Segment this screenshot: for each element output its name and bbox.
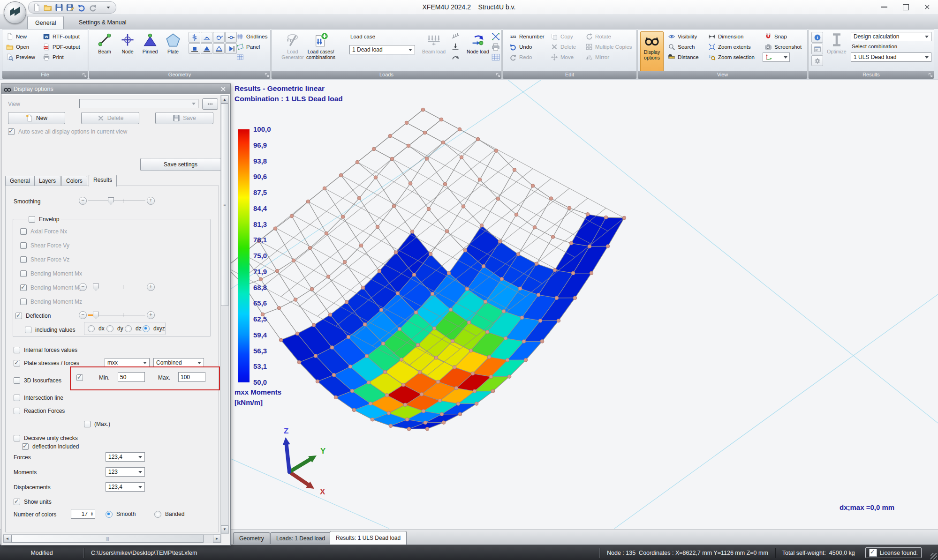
info-button[interactable]: i bbox=[811, 32, 823, 43]
vertical-scroll-thumb[interactable]: ≡ bbox=[221, 104, 228, 306]
multiple-copies-button[interactable]: Multiple Copies bbox=[583, 42, 634, 52]
panel-button[interactable]: Panel bbox=[234, 42, 269, 52]
show-units-checkbox[interactable] bbox=[14, 499, 20, 505]
qat-customize-icon[interactable] bbox=[105, 4, 112, 11]
view-new-button[interactable]: New bbox=[8, 112, 65, 124]
report-button[interactable] bbox=[811, 44, 823, 54]
loads-dialog-launcher-icon[interactable] bbox=[495, 72, 501, 78]
my-plus-icon[interactable]: + bbox=[147, 283, 155, 291]
deflection-included-checkbox[interactable] bbox=[22, 443, 29, 450]
load-cases-button[interactable]: Load cases/ combinations bbox=[306, 31, 335, 72]
smoothing-minus-icon[interactable]: − bbox=[79, 197, 87, 205]
renumber-button[interactable]: 123Renumber bbox=[507, 32, 546, 41]
dy-radio[interactable] bbox=[106, 325, 113, 332]
roller-support-button[interactable] bbox=[213, 43, 225, 54]
dimension-button[interactable]: Dimension bbox=[706, 32, 756, 41]
dialog-vertical-scrollbar[interactable]: ▲ ≡ ▼ bbox=[220, 95, 229, 534]
tab-general[interactable]: General bbox=[27, 16, 64, 30]
print-loads-icon[interactable] bbox=[491, 42, 500, 52]
free-loads-icon[interactable] bbox=[491, 32, 500, 41]
results-canvas[interactable]: ZYX Results - Geometric linear Combinati… bbox=[230, 80, 938, 530]
bending-moment-mz-checkbox[interactable] bbox=[20, 299, 27, 305]
loads-table-icon[interactable] bbox=[491, 52, 500, 62]
shear-force-vy-checkbox[interactable] bbox=[20, 242, 27, 249]
copy-button[interactable]: Copy bbox=[549, 32, 578, 41]
dialog-tab-general[interactable]: General bbox=[5, 176, 35, 186]
geometry-dialog-launcher-icon[interactable] bbox=[264, 72, 270, 78]
pdf-output-button[interactable]: PDFPDF-output bbox=[41, 42, 82, 52]
settings-gear-button[interactable] bbox=[811, 55, 823, 66]
doc-tab-loads[interactable]: Loads: 1 Dead load bbox=[270, 532, 331, 544]
envelop-checkbox[interactable] bbox=[29, 216, 35, 223]
including-values-checkbox[interactable] bbox=[25, 327, 31, 333]
print-button[interactable]: Print bbox=[41, 52, 82, 62]
my-minus-icon[interactable]: − bbox=[79, 283, 87, 291]
dialog-title-bar[interactable]: Display options bbox=[1, 84, 230, 94]
bending-moment-my-slider[interactable]: − + bbox=[79, 283, 155, 291]
results-dialog-launcher-icon[interactable] bbox=[928, 72, 933, 78]
max-only-checkbox[interactable] bbox=[84, 421, 91, 427]
distance-button[interactable]: Distance bbox=[666, 52, 701, 62]
beam-button[interactable]: Beam bbox=[94, 31, 115, 72]
mirror-button[interactable]: Mirror bbox=[583, 52, 634, 62]
view-delete-button[interactable]: Delete bbox=[81, 112, 139, 124]
fixed-support-button[interactable] bbox=[189, 43, 200, 54]
new-file-icon[interactable] bbox=[32, 3, 41, 12]
deflection-minus-icon[interactable]: − bbox=[79, 311, 87, 319]
deflection-plus-icon[interactable]: + bbox=[147, 311, 155, 319]
redo-button[interactable]: Redo bbox=[507, 52, 546, 62]
banded-radio[interactable] bbox=[154, 511, 161, 518]
hinge-button[interactable] bbox=[201, 32, 212, 43]
dialog-close-button[interactable] bbox=[218, 85, 229, 93]
isosurfaces-checkbox[interactable] bbox=[14, 377, 20, 384]
shear-force-vz-checkbox[interactable] bbox=[20, 256, 27, 263]
view-save-button[interactable]: Save bbox=[155, 112, 213, 124]
pinned-support-button[interactable] bbox=[201, 43, 212, 54]
redo-icon[interactable] bbox=[89, 3, 97, 12]
load-case-select[interactable]: 1 Dead load bbox=[349, 45, 415, 54]
spring-support-button[interactable] bbox=[189, 32, 200, 43]
dx-radio[interactable] bbox=[88, 325, 95, 332]
my-slider-thumb[interactable] bbox=[93, 284, 99, 291]
gridlines-button[interactable]: Gridlines bbox=[234, 32, 269, 41]
bending-moment-my-checkbox[interactable] bbox=[20, 284, 27, 291]
snap-button[interactable]: Snap bbox=[763, 32, 803, 41]
display-options-button[interactable]: Display options bbox=[640, 31, 664, 72]
save-icon[interactable] bbox=[55, 3, 63, 12]
scroll-left-icon[interactable]: ◄ bbox=[3, 535, 11, 543]
screenshot-button[interactable]: Screenshot bbox=[763, 42, 803, 52]
calculation-type-select[interactable]: Design calculation bbox=[851, 32, 931, 41]
close-button[interactable] bbox=[916, 0, 938, 14]
plate-mode-select[interactable]: Combined bbox=[153, 358, 204, 367]
minimize-button[interactable] bbox=[873, 0, 895, 14]
dz-radio[interactable] bbox=[125, 325, 132, 332]
scroll-up-icon[interactable]: ▲ bbox=[221, 96, 228, 104]
zoom-selection-button[interactable]: Zoom selection bbox=[706, 52, 756, 62]
displacements-format-select[interactable]: 123,4 bbox=[106, 482, 145, 492]
moments-format-select[interactable]: 123 bbox=[106, 467, 145, 477]
visibility-button[interactable]: Visibility bbox=[666, 32, 701, 41]
moment-load-icon[interactable] bbox=[451, 52, 460, 62]
view-browse-button[interactable] bbox=[202, 98, 218, 110]
number-of-colors-stepper[interactable]: 17 ▲▼ bbox=[71, 509, 95, 519]
doc-tab-geometry[interactable]: Geometry bbox=[233, 532, 270, 544]
smoothing-slider-thumb[interactable] bbox=[108, 197, 114, 205]
geometry-table-button[interactable] bbox=[234, 52, 269, 62]
dxyz-radio[interactable] bbox=[143, 325, 150, 332]
surface-load-icon[interactable] bbox=[451, 32, 460, 41]
save-settings-button[interactable]: Save settings bbox=[140, 158, 221, 171]
smoothing-plus-icon[interactable]: + bbox=[147, 197, 155, 205]
dialog-horizontal-scrollbar[interactable]: ◄ ||| ► bbox=[3, 534, 221, 543]
deflection-slider[interactable]: − + bbox=[79, 311, 155, 319]
license-indicator[interactable]: License found. bbox=[865, 547, 922, 558]
dialog-tab-layers[interactable]: Layers bbox=[34, 176, 61, 186]
axial-force-nx-checkbox[interactable] bbox=[20, 228, 27, 235]
max-input[interactable] bbox=[178, 372, 205, 382]
move-button[interactable]: Move bbox=[549, 52, 578, 62]
reaction-forces-checkbox[interactable] bbox=[14, 408, 20, 414]
plate-button[interactable]: Plate bbox=[162, 31, 184, 72]
autosave-checkbox[interactable] bbox=[8, 128, 15, 135]
isosurface-range-checkbox[interactable] bbox=[76, 374, 83, 381]
plate-component-select[interactable]: mxx bbox=[105, 358, 150, 367]
scroll-down-icon[interactable]: ▼ bbox=[221, 525, 228, 533]
